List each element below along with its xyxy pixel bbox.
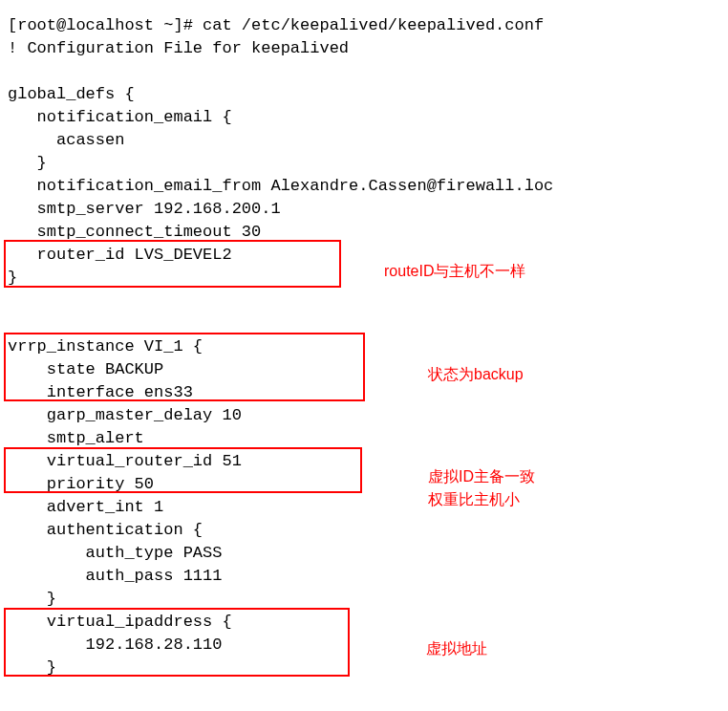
config-line: state BACKUP <box>8 358 728 381</box>
config-line: } <box>8 152 728 175</box>
config-line: 192.168.28.110 <box>8 634 728 657</box>
annotation-state-backup: 状态为backup <box>428 363 524 386</box>
config-line: global_defs { <box>8 83 728 106</box>
config-line <box>8 290 728 312</box>
annotation-virtual-id-line1: 虚拟ID主备一致 <box>428 465 535 488</box>
config-line: auth_type PASS <box>8 542 728 565</box>
config-line: advert_int 1 <box>8 496 728 519</box>
config-line: router_id LVS_DEVEL2 <box>8 244 728 267</box>
config-line <box>8 312 728 335</box>
config-line: virtual_router_id 51 <box>8 450 728 473</box>
config-line: auth_pass 1111 <box>8 565 728 588</box>
config-line: } <box>8 588 728 611</box>
config-line: } <box>8 657 728 679</box>
config-line: smtp_alert <box>8 427 728 450</box>
config-line: ! Configuration File for keepalived <box>8 37 728 60</box>
annotation-virtual-address: 虚拟地址 <box>426 637 487 660</box>
config-line: } <box>8 267 728 290</box>
config-line <box>8 60 728 83</box>
config-line: acassen <box>8 129 728 152</box>
config-line: garp_master_delay 10 <box>8 404 728 427</box>
config-line: interface ens33 <box>8 381 728 404</box>
config-line: virtual_ipaddress { <box>8 611 728 634</box>
config-line: notification_email_from Alexandre.Cassen… <box>8 175 728 198</box>
config-line: smtp_connect_timeout 30 <box>8 221 728 244</box>
config-line: notification_email { <box>8 106 728 129</box>
config-line: authentication { <box>8 519 728 542</box>
config-line: smtp_server 192.168.200.1 <box>8 198 728 221</box>
annotation-route-id: routeID与主机不一样 <box>384 260 525 283</box>
config-line: priority 50 <box>8 473 728 496</box>
config-line: vrrp_instance VI_1 { <box>8 335 728 358</box>
config-line: [root@localhost ~]# cat /etc/keepalived/… <box>8 14 728 37</box>
annotation-virtual-id-line2: 权重比主机小 <box>428 488 520 511</box>
